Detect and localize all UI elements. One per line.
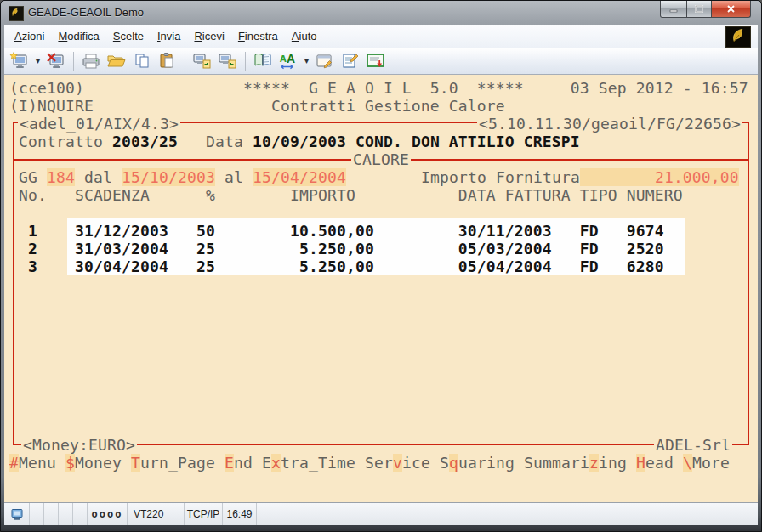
clock-cell: 16:49 — [223, 503, 257, 525]
table-header-line: No. SCADENZA % IMPORTO DATA FATTURA TIPO… — [9, 186, 683, 204]
font-icon[interactable]: A A — [277, 51, 299, 71]
svg-text:A: A — [287, 52, 295, 65]
toolbar-separator — [245, 52, 246, 71]
menu-invia[interactable]: Invia — [151, 26, 187, 46]
send-file-icon[interactable] — [191, 51, 213, 71]
notes-icon[interactable] — [339, 51, 361, 71]
edit-window-icon[interactable] — [314, 51, 336, 71]
terminal-type-cell: VT220 — [128, 503, 185, 525]
menu-aiuto[interactable]: Aiuto — [285, 26, 324, 46]
new-session-icon[interactable] — [9, 51, 31, 71]
supply-line: GG 184 dal 15/10/2003 al 15/04/2004 Impo… — [9, 168, 739, 186]
minimize-icon — [669, 6, 678, 13]
print-icon[interactable] — [80, 51, 102, 71]
certificate-icon[interactable] — [365, 51, 387, 71]
window-title: GEADE-GEAOIL Demo — [28, 6, 144, 19]
new-session-dropdown-icon[interactable]: ▾ — [34, 56, 42, 65]
money-tag: <Money:EURO> — [21, 436, 137, 454]
title-bar[interactable]: GEADE-GEAOIL Demo — [1, 1, 761, 25]
terminal-screen[interactable]: (cce100) ***** G E A O I L 5.0 ***** 03 … — [4, 75, 758, 502]
app-logo — [725, 26, 751, 48]
status-cell-empty — [30, 503, 44, 525]
gold-leaf-icon — [9, 7, 21, 19]
font-dropdown-icon[interactable]: ▾ — [303, 56, 310, 65]
maximize-icon — [695, 5, 703, 13]
menu-azioni[interactable]: Azioni — [8, 26, 51, 46]
receive-file-icon[interactable] — [217, 51, 239, 71]
status-cell-empty — [59, 503, 73, 525]
minimize-button[interactable] — [660, 1, 687, 18]
toolbar: ▾ — [4, 48, 758, 75]
status-bar: oooo VT220 TCP/IP 16:49 — [4, 502, 758, 525]
paste-icon[interactable] — [156, 51, 179, 71]
open-folder-icon[interactable] — [105, 51, 128, 71]
app-icon[interactable] — [9, 6, 24, 21]
company-tag: ADEL-Srl — [654, 436, 732, 454]
section-label: CALORE — [351, 150, 411, 168]
copy-icon[interactable] — [131, 51, 153, 71]
address-book-icon[interactable] — [252, 51, 274, 71]
maximize-button[interactable] — [687, 1, 712, 18]
protocol-cell: TCP/IP — [185, 503, 223, 525]
table-row-3: 3 30/04/2004 25 5.250,00 05/04/2004 FD 6… — [9, 258, 664, 275]
ip-tag: <5.10.11.30/geaoil/FG/22656> — [477, 115, 742, 133]
status-cell-empty — [257, 503, 758, 525]
status-cell-empty — [44, 503, 59, 525]
menu-modifica[interactable]: Modifica — [51, 26, 105, 46]
close-button[interactable] — [712, 1, 751, 18]
connection-status-cell — [4, 503, 30, 525]
menu-bar: Azioni Modifica Scelte Invia Ricevi Fine… — [4, 25, 758, 48]
app-window: GEADE-GEAOIL Demo Azioni Modifica Scelte… — [0, 0, 762, 532]
computer-icon — [10, 508, 24, 521]
mode-line: (I)NQUIRE Contratti Gestione Calore — [9, 97, 505, 115]
led-indicators: oooo — [88, 503, 128, 525]
toolbar-separator — [73, 52, 74, 71]
toolbar-separator — [185, 52, 185, 71]
table-row-2: 2 31/03/2004 25 5.250,00 05/03/2004 FD 2… — [9, 240, 664, 258]
session-header-line: (cce100) ***** G E A O I L 5.0 ***** 03 … — [9, 79, 748, 97]
menu-finestra[interactable]: Finestra — [231, 26, 285, 46]
menu-ricevi[interactable]: Ricevi — [187, 26, 230, 46]
close-icon — [726, 5, 736, 13]
disconnect-icon[interactable] — [45, 51, 67, 71]
table-row-1: 1 31/12/2003 50 10.500,00 30/11/2003 FD … — [9, 222, 664, 240]
svg-text:A: A — [280, 54, 287, 64]
menu-scelte[interactable]: Scelte — [106, 26, 151, 46]
status-cell-empty — [73, 503, 88, 525]
host-tag: <adel_01/AIX/4.3> — [18, 115, 180, 133]
function-key-bar[interactable]: #Menu $Money Turn_Page End Extra_Time Se… — [9, 454, 730, 472]
contract-line: Contratto 2003/25 Data 10/09/2003 COND. … — [9, 133, 580, 150]
